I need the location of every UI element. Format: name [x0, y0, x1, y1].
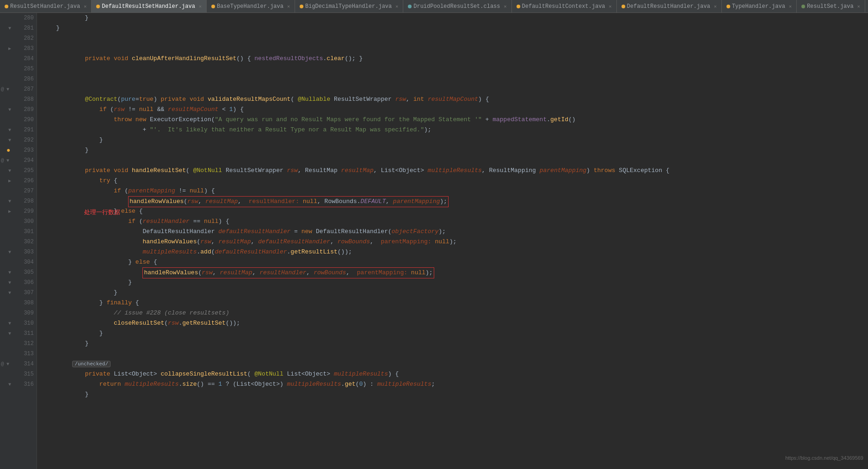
tab-label: ResultSetHandler.java — [10, 3, 80, 10]
tab-dot — [622, 5, 625, 8]
code-line-292: } — [42, 135, 868, 145]
line-number-291: ▼ 291 — [0, 125, 37, 135]
line-number-311: ▼ 311 — [0, 328, 37, 339]
line-number-309: 309 — [0, 308, 37, 318]
line-number-285: 285 — [0, 64, 37, 74]
code-content: } } private void cleanUpAfterHandlingRes… — [37, 13, 868, 469]
line-number-313: 313 — [0, 349, 37, 359]
line-number-294: @ ▼ 294 — [0, 155, 37, 166]
code-line-297: handleRowValues(rsw, resultMap, resultHa… — [42, 186, 868, 196]
tab-base-type-handler[interactable]: BaseTypeHandler.java ✕ — [207, 0, 295, 12]
tab-close-icon[interactable]: ✕ — [84, 4, 86, 9]
line-number-307: ▼ 307 — [0, 288, 37, 298]
line-number-304: 304 — [0, 257, 37, 267]
tab-druid-pooled-result-set[interactable]: DruidPooledResultSet.class ✕ — [403, 0, 511, 12]
tab-label: DruidPooledResultSet.class — [413, 3, 500, 10]
code-line-287: @Contract(pure=true) private void valida… — [42, 84, 868, 94]
line-number-286: 286 — [0, 74, 37, 84]
watermark: https://blog.csdn.net/qq_34369569 — [785, 455, 863, 461]
code-line-285 — [42, 64, 868, 74]
annotation-297: 处理一行数据 — [84, 209, 120, 216]
editor: 280 ▼ 281 282 ▶ 283 284 285 286 @ ▼ — [0, 13, 868, 469]
line-number-301: 301 — [0, 227, 37, 237]
code-line-314: private List<Object> collapseSingleResul… — [42, 359, 868, 369]
line-number-308: 308 — [0, 298, 37, 308]
tab-bigdecimal-type-handler[interactable]: BigDecimalTypeHandler.java ✕ — [295, 0, 403, 12]
tab-close-icon[interactable]: ✕ — [395, 4, 398, 9]
code-line-311: } — [42, 328, 868, 339]
code-line-312 — [42, 339, 868, 349]
suppress-badge: /unchecked/ — [72, 361, 111, 367]
tab-close-icon[interactable]: ✕ — [714, 4, 717, 9]
tab-dot — [96, 5, 100, 8]
code-line-307: } finally { — [42, 288, 868, 298]
tab-default-result-context[interactable]: DefaultResultContext.java ✕ — [512, 0, 617, 12]
tab-dot — [5, 5, 8, 8]
tab-label: DefaultResultSetHandler.java — [102, 3, 195, 10]
line-number-314: @ ▼ 314 — [0, 359, 37, 369]
code-line-281: } — [42, 23, 868, 33]
line-number-282: 282 — [0, 33, 37, 43]
tab-default-result-handler[interactable]: DefaultResultHandler.java ✕ — [617, 0, 722, 12]
line-number-315: 315 — [0, 369, 37, 379]
code-editor[interactable]: 280 ▼ 281 282 ▶ 283 284 285 286 @ ▼ — [0, 13, 868, 469]
line-number-293: ● 293 — [0, 145, 37, 155]
line-numbers: 280 ▼ 281 282 ▶ 283 284 285 286 @ ▼ — [0, 13, 37, 469]
line-number-290: 290 — [0, 115, 37, 125]
line-number-303: ▼ 303 — [0, 247, 37, 257]
line-number-280: 280 — [0, 13, 37, 23]
line-number-302: 302 — [0, 237, 37, 247]
tab-label: TypeHandler.java — [732, 3, 785, 10]
tab-label: ResultSet.java — [807, 3, 854, 10]
tab-close-icon[interactable]: ✕ — [199, 4, 202, 9]
line-number-306: ▼ 306 — [0, 278, 37, 288]
code-line-296: if (parentMapping != null) { — [42, 176, 868, 186]
tab-label: DefaultResultContext.java — [522, 3, 605, 10]
tab-type-handler[interactable]: TypeHandler.java ✕ — [722, 0, 797, 12]
line-number-283: ▶ 283 — [0, 43, 37, 54]
line-number-288: 288 — [0, 94, 37, 105]
line-number-305: ▼ 305 — [0, 267, 37, 278]
code-line-286 — [42, 74, 868, 84]
line-number-299: ▶ 299 — [0, 206, 37, 216]
code-line-306: } — [42, 278, 868, 288]
code-line-299: if (resultHandler == null) { — [42, 206, 868, 216]
tab-close-icon[interactable]: ✕ — [789, 4, 792, 9]
line-number-284: 284 — [0, 54, 37, 64]
tab-close-icon[interactable]: ✕ — [287, 4, 290, 9]
line-number-287: @ ▼ 287 — [0, 84, 37, 94]
tab-label: BigDecimalTypeHandler.java — [305, 3, 392, 10]
line-number-292: ▼ 292 — [0, 135, 37, 145]
code-line-283: private void cleanUpAfterHandlingResultS… — [42, 43, 868, 54]
code-line-280: } — [42, 13, 868, 23]
line-number-298: ▼ 298 — [0, 196, 37, 206]
tab-close-icon[interactable]: ✕ — [857, 4, 860, 9]
tab-dot — [211, 5, 215, 8]
code-line-293 — [42, 145, 868, 155]
line-number-310: ▼ 310 — [0, 318, 37, 328]
line-number-297: 297 — [0, 186, 37, 196]
code-line-294: private void handleResultSet( @NotNull R… — [42, 155, 868, 166]
tab-dot — [726, 5, 730, 8]
line-number-281: ▼ 281 — [0, 23, 37, 33]
tab-dot — [801, 5, 805, 8]
code-line-304: handleRowValues(rsw, resultMap, resultHa… — [42, 257, 868, 267]
tab-close-icon[interactable]: ✕ — [504, 4, 507, 9]
tab-dot — [517, 5, 520, 8]
tab-label: BaseTypeHandler.java — [217, 3, 283, 10]
tab-dot — [300, 5, 303, 8]
line-number-300: 300 — [0, 216, 37, 227]
tab-dot — [408, 5, 412, 8]
line-number-296: ▶ 296 — [0, 176, 37, 186]
line-number-316: ▼ 316 — [0, 379, 37, 389]
code-line-308: // issue #228 (close resultsets) — [42, 298, 868, 308]
tab-result-set-handler[interactable]: ResultSetHandler.java ✕ — [0, 0, 92, 12]
tab-close-icon[interactable]: ✕ — [609, 4, 612, 9]
code-line-313: /unchecked/ — [42, 349, 868, 359]
tab-result-set[interactable]: ResultSet.java ✕ — [797, 0, 865, 12]
code-line-282 — [42, 33, 868, 43]
tab-default-result-set-handler[interactable]: DefaultResultSetHandler.java ✕ — [92, 0, 207, 12]
line-number-295: ▼ 295 — [0, 166, 37, 176]
line-number-312: 312 — [0, 339, 37, 349]
line-number-289: ▼ 289 — [0, 105, 37, 115]
